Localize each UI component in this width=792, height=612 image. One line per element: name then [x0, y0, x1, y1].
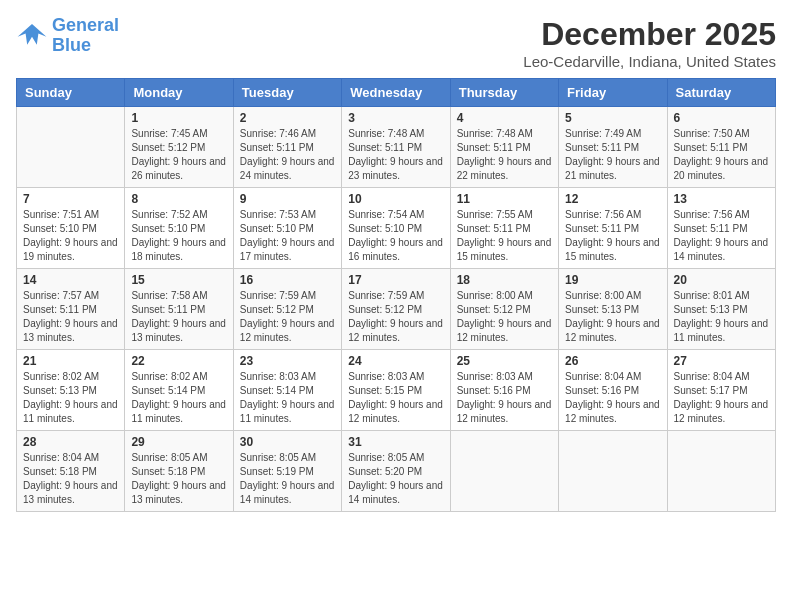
- day-info: Sunrise: 7:59 AM Sunset: 5:12 PM Dayligh…: [348, 289, 443, 345]
- day-info: Sunrise: 7:51 AM Sunset: 5:10 PM Dayligh…: [23, 208, 118, 264]
- day-info: Sunrise: 7:48 AM Sunset: 5:11 PM Dayligh…: [457, 127, 552, 183]
- daylight-text: Daylight: 9 hours and 12 minutes.: [457, 317, 552, 345]
- calendar-cell: 1 Sunrise: 7:45 AM Sunset: 5:12 PM Dayli…: [125, 107, 233, 188]
- day-number: 15: [131, 273, 226, 287]
- calendar-cell: 18 Sunrise: 8:00 AM Sunset: 5:12 PM Dayl…: [450, 269, 558, 350]
- day-info: Sunrise: 7:50 AM Sunset: 5:11 PM Dayligh…: [674, 127, 769, 183]
- calendar-cell: 3 Sunrise: 7:48 AM Sunset: 5:11 PM Dayli…: [342, 107, 450, 188]
- sunset-text: Sunset: 5:11 PM: [240, 141, 335, 155]
- daylight-text: Daylight: 9 hours and 11 minutes.: [674, 317, 769, 345]
- day-number: 9: [240, 192, 335, 206]
- calendar-cell: 24 Sunrise: 8:03 AM Sunset: 5:15 PM Dayl…: [342, 350, 450, 431]
- calendar-week-row: 1 Sunrise: 7:45 AM Sunset: 5:12 PM Dayli…: [17, 107, 776, 188]
- day-info: Sunrise: 8:00 AM Sunset: 5:13 PM Dayligh…: [565, 289, 660, 345]
- day-info: Sunrise: 7:56 AM Sunset: 5:11 PM Dayligh…: [674, 208, 769, 264]
- sunset-text: Sunset: 5:13 PM: [23, 384, 118, 398]
- calendar-cell: [667, 431, 775, 512]
- day-number: 5: [565, 111, 660, 125]
- calendar-table: SundayMondayTuesdayWednesdayThursdayFrid…: [16, 78, 776, 512]
- sunrise-text: Sunrise: 8:05 AM: [240, 451, 335, 465]
- weekday-header: Monday: [125, 79, 233, 107]
- calendar-cell: 26 Sunrise: 8:04 AM Sunset: 5:16 PM Dayl…: [559, 350, 667, 431]
- daylight-text: Daylight: 9 hours and 13 minutes.: [23, 479, 118, 507]
- day-info: Sunrise: 8:04 AM Sunset: 5:18 PM Dayligh…: [23, 451, 118, 507]
- sunset-text: Sunset: 5:14 PM: [131, 384, 226, 398]
- day-number: 28: [23, 435, 118, 449]
- day-info: Sunrise: 7:54 AM Sunset: 5:10 PM Dayligh…: [348, 208, 443, 264]
- calendar-cell: 19 Sunrise: 8:00 AM Sunset: 5:13 PM Dayl…: [559, 269, 667, 350]
- sunset-text: Sunset: 5:12 PM: [131, 141, 226, 155]
- daylight-text: Daylight: 9 hours and 23 minutes.: [348, 155, 443, 183]
- calendar-cell: 12 Sunrise: 7:56 AM Sunset: 5:11 PM Dayl…: [559, 188, 667, 269]
- daylight-text: Daylight: 9 hours and 15 minutes.: [565, 236, 660, 264]
- calendar-cell: 21 Sunrise: 8:02 AM Sunset: 5:13 PM Dayl…: [17, 350, 125, 431]
- sunrise-text: Sunrise: 8:04 AM: [565, 370, 660, 384]
- sunrise-text: Sunrise: 7:46 AM: [240, 127, 335, 141]
- sunset-text: Sunset: 5:11 PM: [457, 222, 552, 236]
- sunrise-text: Sunrise: 8:01 AM: [674, 289, 769, 303]
- calendar-cell: 27 Sunrise: 8:04 AM Sunset: 5:17 PM Dayl…: [667, 350, 775, 431]
- calendar-week-row: 28 Sunrise: 8:04 AM Sunset: 5:18 PM Dayl…: [17, 431, 776, 512]
- sunset-text: Sunset: 5:16 PM: [565, 384, 660, 398]
- daylight-text: Daylight: 9 hours and 19 minutes.: [23, 236, 118, 264]
- daylight-text: Daylight: 9 hours and 12 minutes.: [565, 398, 660, 426]
- daylight-text: Daylight: 9 hours and 11 minutes.: [131, 398, 226, 426]
- daylight-text: Daylight: 9 hours and 12 minutes.: [348, 317, 443, 345]
- day-info: Sunrise: 8:01 AM Sunset: 5:13 PM Dayligh…: [674, 289, 769, 345]
- day-number: 21: [23, 354, 118, 368]
- sunset-text: Sunset: 5:18 PM: [23, 465, 118, 479]
- sunrise-text: Sunrise: 7:59 AM: [348, 289, 443, 303]
- daylight-text: Daylight: 9 hours and 24 minutes.: [240, 155, 335, 183]
- daylight-text: Daylight: 9 hours and 13 minutes.: [23, 317, 118, 345]
- day-info: Sunrise: 7:59 AM Sunset: 5:12 PM Dayligh…: [240, 289, 335, 345]
- calendar-cell: [559, 431, 667, 512]
- sunset-text: Sunset: 5:11 PM: [674, 222, 769, 236]
- month-title: December 2025: [523, 16, 776, 53]
- day-number: 14: [23, 273, 118, 287]
- day-number: 25: [457, 354, 552, 368]
- sunset-text: Sunset: 5:10 PM: [240, 222, 335, 236]
- day-info: Sunrise: 8:05 AM Sunset: 5:18 PM Dayligh…: [131, 451, 226, 507]
- daylight-text: Daylight: 9 hours and 14 minutes.: [674, 236, 769, 264]
- day-info: Sunrise: 7:48 AM Sunset: 5:11 PM Dayligh…: [348, 127, 443, 183]
- calendar-cell: 17 Sunrise: 7:59 AM Sunset: 5:12 PM Dayl…: [342, 269, 450, 350]
- sunrise-text: Sunrise: 7:53 AM: [240, 208, 335, 222]
- day-number: 10: [348, 192, 443, 206]
- day-number: 2: [240, 111, 335, 125]
- day-number: 11: [457, 192, 552, 206]
- sunset-text: Sunset: 5:12 PM: [457, 303, 552, 317]
- day-info: Sunrise: 8:05 AM Sunset: 5:19 PM Dayligh…: [240, 451, 335, 507]
- sunset-text: Sunset: 5:20 PM: [348, 465, 443, 479]
- day-info: Sunrise: 7:58 AM Sunset: 5:11 PM Dayligh…: [131, 289, 226, 345]
- sunset-text: Sunset: 5:13 PM: [674, 303, 769, 317]
- day-number: 13: [674, 192, 769, 206]
- calendar-cell: 23 Sunrise: 8:03 AM Sunset: 5:14 PM Dayl…: [233, 350, 341, 431]
- weekday-header: Sunday: [17, 79, 125, 107]
- day-info: Sunrise: 8:04 AM Sunset: 5:17 PM Dayligh…: [674, 370, 769, 426]
- weekday-header: Thursday: [450, 79, 558, 107]
- sunset-text: Sunset: 5:11 PM: [457, 141, 552, 155]
- calendar-cell: 16 Sunrise: 7:59 AM Sunset: 5:12 PM Dayl…: [233, 269, 341, 350]
- calendar-cell: 14 Sunrise: 7:57 AM Sunset: 5:11 PM Dayl…: [17, 269, 125, 350]
- sunset-text: Sunset: 5:13 PM: [565, 303, 660, 317]
- day-number: 3: [348, 111, 443, 125]
- calendar-week-row: 21 Sunrise: 8:02 AM Sunset: 5:13 PM Dayl…: [17, 350, 776, 431]
- day-info: Sunrise: 8:04 AM Sunset: 5:16 PM Dayligh…: [565, 370, 660, 426]
- day-info: Sunrise: 8:00 AM Sunset: 5:12 PM Dayligh…: [457, 289, 552, 345]
- daylight-text: Daylight: 9 hours and 12 minutes.: [240, 317, 335, 345]
- sunset-text: Sunset: 5:18 PM: [131, 465, 226, 479]
- daylight-text: Daylight: 9 hours and 18 minutes.: [131, 236, 226, 264]
- calendar-cell: 15 Sunrise: 7:58 AM Sunset: 5:11 PM Dayl…: [125, 269, 233, 350]
- sunset-text: Sunset: 5:11 PM: [674, 141, 769, 155]
- weekday-header: Tuesday: [233, 79, 341, 107]
- svg-marker-0: [18, 24, 47, 45]
- day-number: 30: [240, 435, 335, 449]
- weekday-header-row: SundayMondayTuesdayWednesdayThursdayFrid…: [17, 79, 776, 107]
- day-info: Sunrise: 8:02 AM Sunset: 5:14 PM Dayligh…: [131, 370, 226, 426]
- sunset-text: Sunset: 5:11 PM: [23, 303, 118, 317]
- daylight-text: Daylight: 9 hours and 13 minutes.: [131, 479, 226, 507]
- sunrise-text: Sunrise: 7:59 AM: [240, 289, 335, 303]
- sunset-text: Sunset: 5:10 PM: [23, 222, 118, 236]
- daylight-text: Daylight: 9 hours and 11 minutes.: [240, 398, 335, 426]
- sunrise-text: Sunrise: 8:00 AM: [457, 289, 552, 303]
